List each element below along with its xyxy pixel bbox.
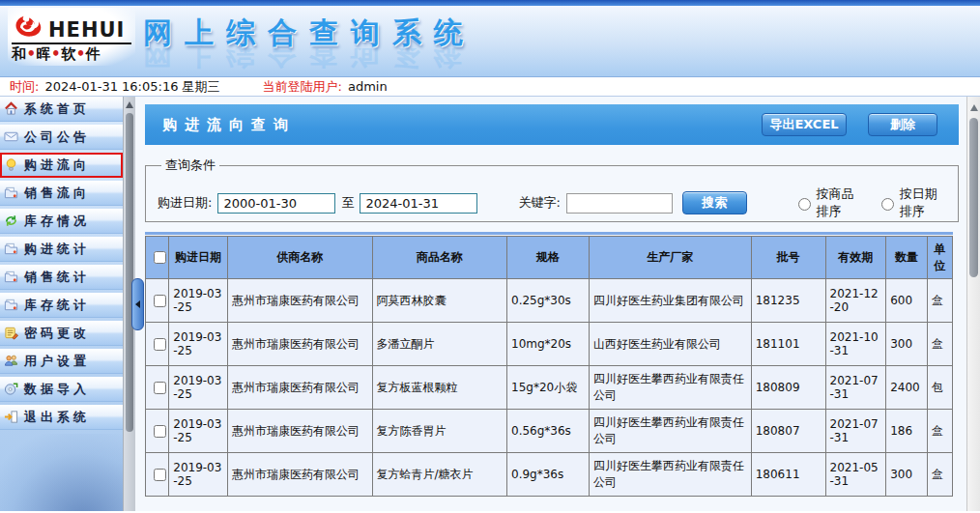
col-header-spec: 规格 [507, 237, 590, 279]
col-header-product: 商品名称 [372, 237, 507, 279]
sidebar-item-purchase-stats[interactable]: 购进统计 [0, 237, 123, 262]
sidebar-item-user-settings[interactable]: 用户设置 [0, 349, 123, 374]
row-checkbox[interactable] [154, 425, 166, 438]
page-scrollbar-thumb[interactable] [969, 118, 978, 277]
panel-title: 购进流向查询 [145, 116, 296, 134]
table-row: 2019-03-25 惠州市瑞康医药有限公司 复方板蓝根颗粒 15g*20小袋 … [146, 366, 953, 410]
cell-date: 2019-03-25 [169, 366, 228, 410]
page-title: 网上综合查询系统 [143, 14, 476, 53]
col-header-supplier: 供商名称 [227, 237, 372, 279]
cell-supplier: 惠州市瑞康医药有限公司 [227, 410, 372, 453]
sidebar-item-inventory-stats[interactable]: 库存统计 [0, 293, 123, 318]
cell-spec: 0.25g*30s [507, 279, 590, 323]
sort-by-date-radio[interactable] [881, 198, 894, 211]
cell-supplier: 惠州市瑞康医药有限公司 [227, 366, 372, 410]
sidebar-item-exit[interactable]: 退出系统 [0, 405, 123, 430]
sidebar-item-home[interactable]: 系统首页 [0, 97, 123, 122]
cell-batch: 181101 [751, 323, 825, 366]
sort-by-product-label: 按商品排序 [817, 185, 863, 220]
brand-name: HEHUI [48, 19, 125, 41]
date-to-input[interactable] [360, 193, 477, 214]
sidebar-item-inventory-status[interactable]: 库存情况 [0, 209, 123, 234]
cell-unit: 盒 [927, 453, 952, 497]
bulb-icon [4, 157, 19, 172]
cell-expiry: 2021-07-31 [825, 366, 886, 410]
cell-spec: 0.56g*36s [507, 410, 590, 453]
row-checkbox[interactable] [154, 295, 166, 307]
cell-qty: 600 [886, 279, 927, 323]
sort-options: 按商品排序 按日期排序 [793, 185, 946, 220]
col-header-expiry: 有效期 [825, 237, 886, 279]
cell-date: 2019-03-25 [169, 323, 228, 366]
sidebar-item-password-change[interactable]: 密码更改 [0, 321, 123, 346]
table-row: 2019-03-25 惠州市瑞康医药有限公司 复方蛤青片/糖衣片 0.9g*36… [146, 453, 953, 497]
search-button[interactable]: 搜索 [682, 191, 747, 214]
cell-manufacturer: 四川好医生攀西药业有限责任公司 [589, 410, 751, 453]
sidebar-item-sales-stats[interactable]: 销售统计 [0, 265, 123, 290]
sort-by-date-label: 按日期排序 [900, 185, 946, 220]
folder-icon [4, 185, 19, 200]
to-label: 至 [341, 194, 354, 212]
query-conditions-legend: 查询条件 [161, 157, 219, 174]
sidebar-collapse-handle[interactable] [131, 278, 144, 330]
cell-manufacturer: 四川好医生药业集团有限公司 [589, 279, 751, 323]
cell-unit: 盒 [927, 410, 952, 453]
page-scrollbar[interactable] [966, 97, 980, 511]
keyword-input[interactable] [566, 193, 673, 214]
cell-spec: 15g*20小袋 [507, 366, 590, 410]
cell-supplier: 惠州市瑞康医药有限公司 [227, 323, 372, 366]
sidebar-item-sales-flow[interactable]: 销售流向 [0, 181, 123, 206]
sidebar: 系统首页 公司公告 购进流向 销售流向 库存情况 [0, 97, 123, 511]
purchase-flow-table: 购进日期 供商名称 商品名称 规格 生产厂家 批号 有效期 数量 单位 2019… [145, 236, 953, 497]
col-header-batch: 批号 [751, 237, 825, 279]
col-header-manufacturer: 生产厂家 [589, 237, 751, 279]
row-checkbox[interactable] [154, 382, 166, 394]
cell-expiry: 2021-10-31 [825, 323, 886, 366]
sidebar-item-label: 公司公告 [24, 128, 90, 146]
sidebar-item-announcements[interactable]: 公司公告 [0, 125, 123, 150]
sidebar-item-label: 密码更改 [24, 325, 90, 342]
folder-icon [4, 298, 19, 312]
scroll-up-icon[interactable] [970, 104, 978, 111]
date-from-input[interactable] [217, 193, 335, 214]
sidebar-scrollbar-thumb[interactable] [126, 113, 133, 432]
table-header-row: 购进日期 供商名称 商品名称 规格 生产厂家 批号 有效期 数量 单位 [146, 237, 953, 279]
export-excel-button[interactable]: 导出EXCEL [762, 113, 847, 136]
sidebar-item-label: 销售统计 [24, 269, 90, 286]
sidebar-item-label: 购进统计 [24, 241, 90, 258]
scroll-up-icon[interactable] [126, 101, 133, 108]
sidebar-item-label: 库存统计 [24, 297, 90, 314]
cell-date: 2019-03-25 [169, 279, 228, 323]
cell-expiry: 2021-07-31 [825, 410, 886, 453]
cell-qty: 300 [886, 323, 927, 366]
cell-manufacturer: 四川好医生攀西药业有限责任公司 [589, 453, 751, 497]
sidebar-item-data-import[interactable]: 数据导入 [0, 377, 123, 402]
recycle-icon [4, 214, 19, 228]
current-user-value: admin [348, 79, 388, 94]
app-header: HEHUI 和•晖•软•件 网上综合查询系统 网上综合查询系统 [0, 6, 980, 77]
users-icon [4, 354, 19, 368]
sidebar-item-purchase-flow[interactable]: 购进流向 [0, 153, 123, 178]
row-checkbox[interactable] [154, 469, 166, 481]
exit-icon [4, 410, 19, 424]
row-checkbox[interactable] [154, 338, 166, 351]
sidebar-item-label: 库存情况 [24, 213, 90, 230]
page-title-reflection: 网上综合查询系统 [143, 48, 476, 73]
delete-button[interactable]: 删除 [868, 113, 937, 136]
cell-date: 2019-03-25 [169, 410, 228, 453]
cell-qty: 2400 [886, 366, 927, 410]
cell-batch: 180809 [751, 366, 825, 410]
col-header-unit: 单位 [927, 237, 952, 279]
company-logo: HEHUI 和•晖•软•件 [8, 8, 135, 66]
brand-subtitle: 和•晖•软•件 [12, 43, 131, 64]
cell-spec: 10mg*20s [507, 323, 590, 366]
select-all-checkbox[interactable] [154, 251, 166, 264]
sidebar-item-label: 购进流向 [24, 157, 90, 174]
folder-icon [4, 270, 19, 284]
time-label: 时间: [10, 78, 39, 96]
envelope-icon [4, 129, 19, 144]
cell-manufacturer: 山西好医生药业有限公司 [589, 323, 751, 366]
disk-icon [4, 382, 19, 396]
cell-unit: 包 [927, 366, 952, 410]
sort-by-product-radio[interactable] [798, 198, 811, 211]
